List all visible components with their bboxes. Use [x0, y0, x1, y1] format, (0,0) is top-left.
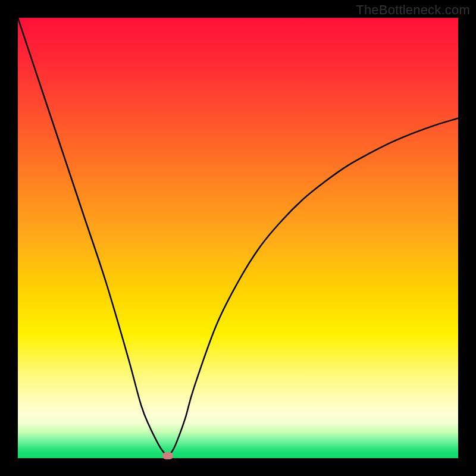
plot-area	[18, 18, 458, 458]
optimum-dot	[162, 452, 173, 459]
chart-frame: TheBottleneck.com	[0, 0, 476, 476]
watermark-text: TheBottleneck.com	[356, 2, 470, 18]
bottleneck-curve	[18, 18, 458, 458]
